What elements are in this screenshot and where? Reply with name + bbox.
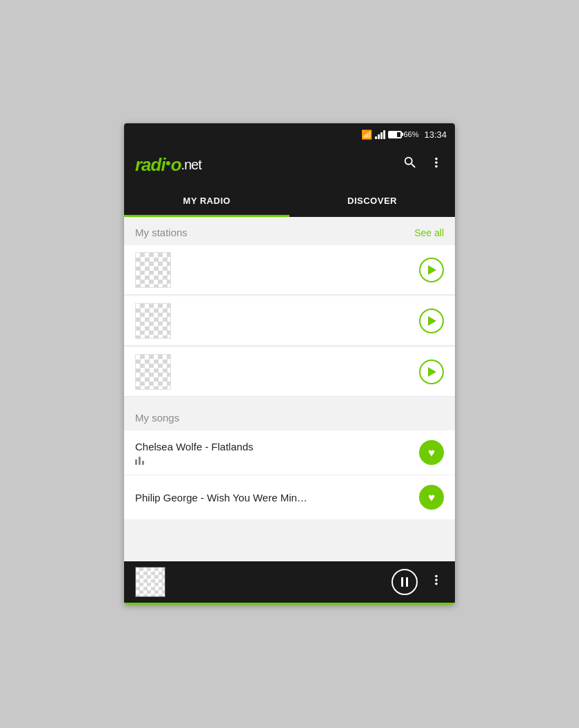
phone-container: 📶 66% 13:34 radio.net — [124, 123, 455, 605]
logo-radio-text: radio — [135, 154, 181, 176]
song-info: Chelsea Wolfe - Flatlands — [135, 441, 419, 465]
player-actions — [392, 569, 444, 595]
play-button[interactable] — [419, 258, 444, 282]
station-thumbnail — [135, 354, 171, 390]
play-icon — [428, 316, 436, 326]
tab-my-radio[interactable]: MY RADIO — [124, 184, 290, 217]
pause-icon — [401, 577, 408, 587]
heart-icon: ♥ — [428, 492, 435, 503]
song-title: Philip George - Wish You Were Min… — [135, 492, 419, 503]
song-title: Chelsea Wolfe - Flatlands — [135, 441, 419, 453]
my-songs-title: My songs — [135, 412, 179, 424]
battery-icon: 66% — [388, 130, 418, 138]
app-bar: radio.net — [124, 145, 455, 184]
station-thumbnail — [135, 252, 171, 288]
content-area: My stations See all My songs — [124, 217, 455, 561]
play-button[interactable] — [419, 360, 444, 384]
see-all-link[interactable]: See all — [414, 227, 444, 238]
tab-discover[interactable]: DISCOVER — [290, 184, 455, 217]
logo-dot — [166, 161, 170, 165]
player-bar — [124, 561, 455, 603]
favorite-button[interactable]: ♥ — [419, 440, 444, 465]
audio-wave-icon — [135, 455, 419, 465]
song-item: Chelsea Wolfe - Flatlands ♥ — [124, 430, 455, 475]
pause-button[interactable] — [392, 569, 418, 595]
logo-net-text: .net — [181, 157, 201, 173]
player-more-options[interactable] — [429, 572, 444, 592]
play-icon — [428, 265, 436, 275]
song-info: Philip George - Wish You Were Min… — [135, 492, 419, 503]
play-button[interactable] — [419, 309, 444, 333]
favorite-button[interactable]: ♥ — [419, 485, 444, 510]
search-button[interactable] — [403, 155, 418, 174]
battery-percent: 66% — [403, 130, 418, 138]
my-stations-title: My stations — [135, 227, 187, 238]
app-logo: radio.net — [135, 154, 201, 176]
progress-bar — [124, 603, 455, 605]
my-stations-header: My stations See all — [124, 217, 455, 245]
more-options-button[interactable] — [429, 155, 444, 174]
player-thumbnail — [135, 567, 165, 597]
status-icons: 📶 66% 13:34 — [361, 129, 447, 140]
song-item: Philip George - Wish You Were Min… ♥ — [124, 475, 455, 519]
status-time: 13:34 — [424, 129, 447, 140]
heart-icon: ♥ — [428, 447, 435, 459]
tabs: MY RADIO DISCOVER — [124, 184, 455, 217]
station-thumbnail — [135, 303, 171, 339]
signal-icon — [375, 129, 385, 139]
wifi-icon: 📶 — [361, 129, 372, 140]
play-icon — [428, 367, 436, 377]
my-songs-header: My songs — [124, 402, 455, 430]
status-bar: 📶 66% 13:34 — [124, 123, 455, 145]
station-item — [124, 245, 455, 295]
station-item — [124, 296, 455, 346]
station-item — [124, 347, 455, 397]
app-bar-actions — [403, 155, 444, 174]
